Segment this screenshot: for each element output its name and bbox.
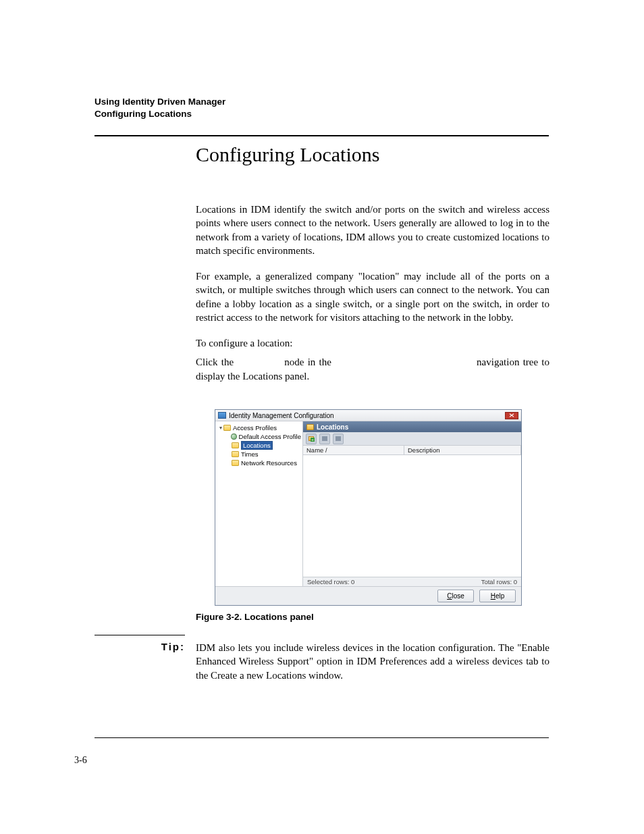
help-button[interactable]: Help — [479, 590, 516, 602]
toolbar-button-2[interactable] — [319, 434, 330, 444]
tree-pane: ▾ Access Profiles Default Access Profile… — [215, 421, 303, 586]
profile-icon — [231, 434, 236, 440]
tree-item-access-profiles[interactable]: ▾ Access Profiles — [217, 423, 301, 432]
figure-screenshot: Identity Management Configuration ▾ Acce… — [215, 409, 522, 606]
tip-label: Tip: — [95, 641, 185, 652]
step-text-b: node in the — [284, 357, 331, 367]
folder-icon — [232, 460, 239, 466]
toolbar-icon — [322, 436, 327, 441]
content-column: Configuring Locations Locations in IDM i… — [196, 143, 549, 395]
close-button[interactable]: Close — [437, 590, 474, 602]
folder-icon — [223, 425, 231, 431]
step-text-c: navigation tree to display the Locations… — [196, 357, 549, 381]
toolbar-button-3[interactable] — [333, 434, 344, 444]
paragraph-example: For example, a generalized company "loca… — [196, 269, 549, 324]
tree-label: Times — [241, 450, 259, 458]
status-total: Total rows: 0 — [481, 578, 517, 585]
running-head-line1: Using Identity Driven Manager — [95, 96, 225, 108]
running-head-line2: Configuring Locations — [95, 108, 225, 120]
dialog-titlebar: Identity Management Configuration — [215, 410, 521, 421]
tree-label: Access Profiles — [233, 424, 277, 432]
close-icon[interactable] — [505, 412, 518, 419]
table-body-empty — [303, 455, 521, 577]
folder-icon — [232, 442, 239, 448]
column-header-name[interactable]: Name / — [303, 446, 404, 454]
tree-label: Locations — [241, 441, 273, 450]
step-text-a: Click the — [196, 357, 234, 367]
column-header-description[interactable]: Description — [404, 446, 521, 454]
running-head: Using Identity Driven Manager Configurin… — [95, 96, 225, 120]
tree-item-times[interactable]: Times — [217, 450, 301, 459]
table-header-row: Name / Description — [303, 446, 521, 455]
panel-header: Locations — [303, 421, 521, 432]
toolbar-icon — [336, 436, 341, 441]
rule-top — [95, 135, 549, 136]
dialog-title-text: Identity Management Configuration — [229, 412, 505, 419]
tip-rule — [95, 635, 185, 635]
section-heading: Configuring Locations — [196, 143, 549, 166]
paragraph-lead: To configure a location: — [196, 336, 549, 350]
toolbar: + — [303, 432, 521, 446]
tree-item-network-resources[interactable]: Network Resources — [217, 459, 301, 467]
figure-caption: Figure 3-2. Locations panel — [196, 612, 314, 622]
page-number: 3-6 — [74, 755, 87, 766]
new-location-icon: + — [308, 436, 314, 441]
folder-icon — [306, 424, 314, 430]
tree-label: Default Access Profile — [239, 433, 301, 440]
tip-body: IDM also lets you include wireless devic… — [196, 641, 549, 682]
dialog-window: Identity Management Configuration ▾ Acce… — [215, 409, 522, 606]
panel-title: Locations — [317, 423, 348, 431]
tree-expand-icon[interactable]: ▾ — [218, 425, 223, 431]
dialog-footer: Close Help — [215, 586, 521, 605]
right-pane: Locations + Name / Description Selected … — [303, 421, 521, 586]
tree-item-default-profile[interactable]: Default Access Profile — [217, 432, 301, 441]
folder-icon — [232, 451, 239, 457]
status-selected: Selected rows: 0 — [307, 578, 354, 585]
paragraph-intro: Locations in IDM identify the switch and… — [196, 203, 549, 257]
dialog-body: ▾ Access Profiles Default Access Profile… — [215, 421, 521, 586]
rule-bottom — [95, 737, 549, 738]
toolbar-new-button[interactable]: + — [306, 434, 317, 444]
tree-label: Network Resources — [241, 459, 297, 467]
page: Using Identity Driven Manager Configurin… — [0, 0, 644, 834]
status-bar: Selected rows: 0 Total rows: 0 — [303, 577, 521, 586]
paragraph-step: Click the node in the navigation tree to… — [196, 355, 549, 383]
tree-item-locations[interactable]: Locations — [217, 441, 301, 450]
app-icon — [218, 412, 226, 419]
